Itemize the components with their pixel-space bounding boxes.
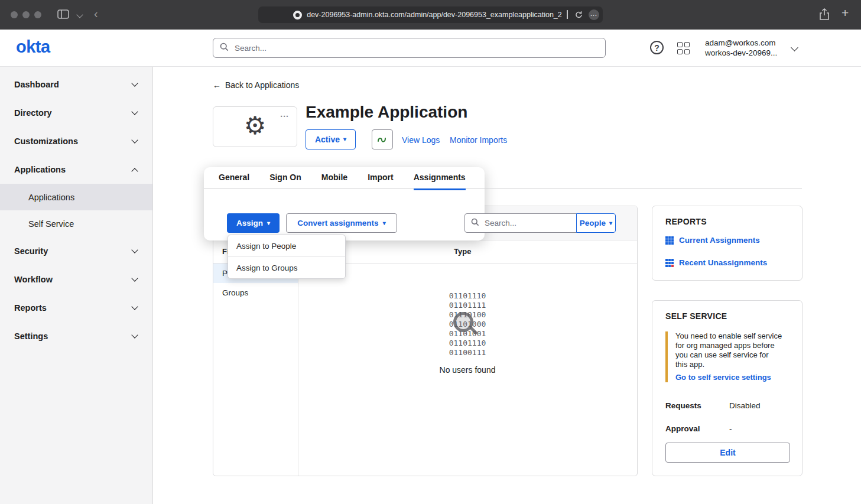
chevron-down-icon: ▾ [343,136,346,142]
menu-item-assign-to-groups[interactable]: Assign to Groups [228,256,345,278]
tab-import[interactable]: Import [368,173,394,190]
approval-label: Approval [665,424,700,433]
search-icon [471,218,479,229]
empty-state-message: No users found [297,365,638,375]
report-link-label: Current Assignments [679,236,760,245]
reload-icon[interactable] [575,11,583,20]
sidebar-item-settings[interactable]: Settings [0,322,152,350]
share-icon[interactable] [819,8,830,23]
self-service-card-title: SELF SERVICE [665,311,727,321]
filter-item-groups[interactable]: Groups [213,283,298,303]
sidebar-item-reports[interactable]: Reports [0,294,152,322]
sidebar-subitem-applications[interactable]: Applications [0,184,152,210]
filter-label: Groups [222,288,248,297]
recent-unassignments-icon [665,259,674,267]
browser-sidebar-toggle-icon[interactable] [57,9,69,21]
sidebar-item-customizations[interactable]: Customizations [0,127,152,155]
gear-icon: ⚙ [244,113,267,138]
global-search[interactable] [213,38,606,58]
sidebar-item-applications[interactable]: Applications [0,155,152,184]
sidebar-subitem-self-service[interactable]: Self Service [0,210,152,237]
monitor-imports-link[interactable]: Monitor Imports [450,135,507,145]
nav-label: Workflow [14,275,53,284]
account-email: adam@workos.com [705,38,777,48]
edit-button[interactable]: Edit [665,443,790,463]
new-tab-icon[interactable]: + [841,6,849,20]
assign-label: Assign [236,219,263,227]
tab-mobile[interactable]: Mobile [321,173,347,190]
tab-assignments[interactable]: Assignments [414,173,466,190]
window-close-button[interactable] [11,11,18,18]
binary-line: 01101110 [297,291,638,301]
chevron-down-icon[interactable] [791,44,798,51]
chevron-down-icon [131,246,138,253]
tab-general[interactable]: General [219,173,249,190]
view-logs-link[interactable]: View Logs [402,135,440,145]
help-icon[interactable]: ? [650,41,664,54]
approval-value: - [729,424,732,433]
assignments-search[interactable] [464,213,577,233]
sidebar-item-workflow[interactable]: Workflow [0,265,152,294]
app-tabs: General Sign On Mobile Import Assignment… [219,173,466,190]
sidebar-item-dashboard[interactable]: Dashboard [0,70,152,99]
chevron-down-icon [131,275,138,281]
window-minimize-button[interactable] [22,11,30,18]
chevron-up-icon [131,168,138,174]
back-link-label: Back to Applications [225,80,299,90]
chevron-down-icon [131,331,138,338]
url-text: dev-2096953-admin.okta.com/admin/app/dev… [307,11,562,19]
app-logo-box: ⚙ ... [213,106,297,147]
magnifier-illustration-icon [453,312,480,340]
app-header: okta ? adam@workos.com workos-dev-20969.… [0,30,861,67]
notice-text: You need to enable self service for org … [675,331,782,369]
back-arrow-icon: ← [213,80,221,90]
okta-favicon [293,11,302,19]
page-title: Example Application [306,103,467,122]
chevron-down-icon [131,136,138,143]
chevron-down-icon [131,80,138,86]
app-settings-button[interactable] [372,129,393,149]
search-icon [220,43,229,54]
address-bar[interactable]: dev-2096953-admin.okta.com/admin/app/dev… [258,6,603,23]
nav-label: Security [14,246,48,256]
chevron-down-icon[interactable] [76,11,83,18]
self-service-notice: You need to enable self service for org … [665,331,782,382]
nav-label: Directory [14,108,52,118]
chevron-down-icon [131,108,138,115]
active-label: Active [315,135,340,144]
help-glyph: ? [654,43,659,53]
sidebar-nav: Dashboard Directory Customizations Appli… [0,67,153,504]
tab-sign-on[interactable]: Sign On [269,173,301,190]
window-zoom-button[interactable] [34,11,41,18]
more-options-icon[interactable]: ... [589,9,599,20]
convert-label: Convert assignments [297,219,378,227]
chevron-down-icon: ▾ [267,220,270,226]
active-status-dropdown[interactable]: Active ▾ [306,129,356,149]
scope-label: People [580,219,606,227]
app-options-icon[interactable]: ... [280,109,289,119]
assignments-search-input[interactable] [483,218,590,228]
search-scope-dropdown[interactable]: People ▾ [576,213,616,233]
recent-unassignments-link[interactable]: Recent Unassignments [665,258,767,267]
current-assignments-link[interactable]: Current Assignments [665,236,760,245]
browser-titlebar: ‹ dev-2096953-admin.okta.com/admin/app/d… [0,0,861,30]
self-service-settings-link[interactable]: Go to self service settings [675,373,771,382]
account-org: workos-dev-20969... [705,48,777,58]
binary-line: 01101111 [297,301,638,310]
app-switcher-icon[interactable] [677,42,690,54]
current-assignments-icon [665,236,674,245]
chevron-down-icon: ▾ [383,220,386,226]
global-search-input[interactable] [233,43,599,53]
nav-label: Applications [14,165,66,174]
requests-value: Disabled [729,401,761,410]
convert-assignments-button[interactable]: Convert assignments ▾ [286,213,397,233]
assign-button[interactable]: Assign ▾ [227,213,280,233]
sidebar-item-security[interactable]: Security [0,237,152,265]
back-to-applications-link[interactable]: ← Back to Applications [213,80,299,90]
menu-item-assign-to-people[interactable]: Assign to People [228,235,345,256]
nav-label: Settings [14,331,48,341]
browser-back-icon[interactable]: ‹ [94,7,98,21]
report-link-label: Recent Unassignments [679,258,767,267]
account-menu[interactable]: adam@workos.com workos-dev-20969... [705,38,777,58]
sidebar-item-directory[interactable]: Directory [0,99,152,127]
